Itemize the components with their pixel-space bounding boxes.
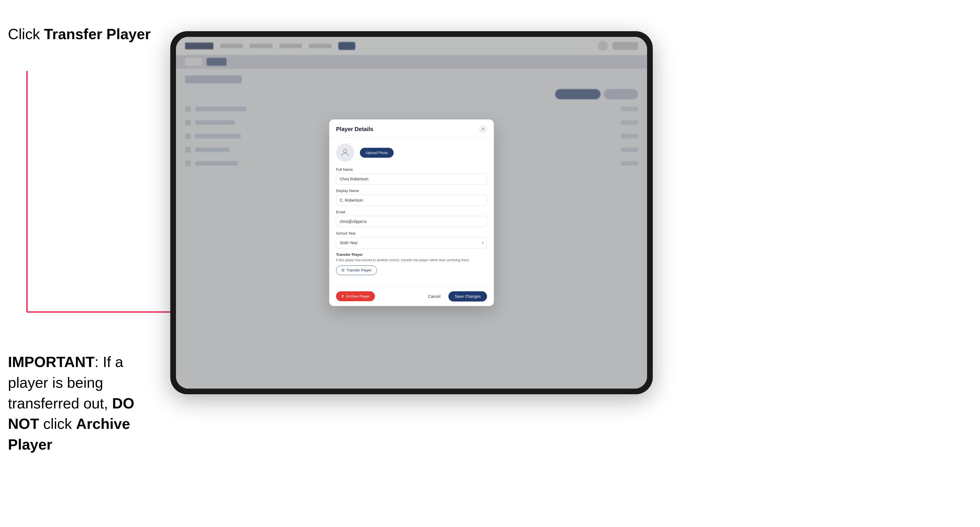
svg-point-3	[344, 149, 347, 152]
full-name-label: Full Name	[336, 167, 487, 171]
display-name-label: Display Name	[336, 189, 487, 193]
transfer-player-section: Transfer Player If this player has moved…	[336, 252, 487, 275]
full-name-input[interactable]	[336, 173, 487, 185]
instruction-top: Click Transfer Player	[8, 25, 151, 43]
email-label: Email	[336, 210, 487, 214]
instruction-text-bold: Transfer Player	[44, 26, 151, 42]
modal-footer: ⬆ Archive Player Cancel Save Changes	[329, 286, 494, 306]
footer-right-actions: Cancel Save Changes	[424, 291, 487, 302]
person-icon	[340, 148, 350, 158]
school-year-group: School Year Sixth Year First Year Second…	[336, 231, 487, 248]
modal-overlay: Player Details ×	[176, 37, 647, 389]
transfer-button-label: Transfer Player	[347, 268, 372, 272]
save-changes-button[interactable]: Save Changes	[449, 291, 487, 302]
modal-close-button[interactable]: ×	[479, 125, 487, 133]
email-input[interactable]	[336, 216, 487, 227]
archive-player-button[interactable]: ⬆ Archive Player	[336, 291, 375, 301]
instruction-bottom: IMPORTANT: If a player is being transfer…	[8, 352, 167, 455]
email-group: Email	[336, 210, 487, 227]
tablet-device: Player Details ×	[170, 31, 653, 394]
close-icon: ×	[482, 127, 484, 132]
school-year-label: School Year	[336, 231, 487, 235]
transfer-section-description: If this player has moved to another scho…	[336, 258, 487, 263]
player-details-modal: Player Details ×	[329, 119, 494, 306]
important-label: IMPORTANT	[8, 354, 94, 370]
school-year-select[interactable]: Sixth Year First Year Second Year Third …	[336, 237, 487, 248]
instruction-text-prefix: Click	[8, 26, 44, 42]
app-background: Player Details ×	[176, 37, 647, 389]
instruction-bottom-end: click	[39, 416, 76, 432]
school-year-select-wrapper: Sixth Year First Year Second Year Third …	[336, 237, 487, 248]
archive-button-label: Archive Player	[346, 294, 370, 298]
transfer-icon: ⟳	[341, 268, 345, 273]
cancel-button[interactable]: Cancel	[424, 291, 445, 302]
tablet-screen: Player Details ×	[176, 37, 647, 389]
display-name-group: Display Name	[336, 189, 487, 206]
display-name-input[interactable]	[336, 195, 487, 206]
modal-body: Upload Photo Full Name Display Name	[329, 138, 494, 286]
transfer-player-button[interactable]: ⟳ Transfer Player	[336, 265, 377, 275]
modal-header: Player Details ×	[329, 119, 494, 138]
modal-title: Player Details	[336, 126, 373, 132]
upload-photo-button[interactable]: Upload Photo	[360, 148, 394, 158]
full-name-group: Full Name	[336, 167, 487, 185]
transfer-section-label: Transfer Player	[336, 252, 487, 257]
archive-icon: ⬆	[341, 294, 344, 298]
avatar-circle	[336, 143, 354, 162]
photo-upload-row: Upload Photo	[336, 143, 487, 162]
